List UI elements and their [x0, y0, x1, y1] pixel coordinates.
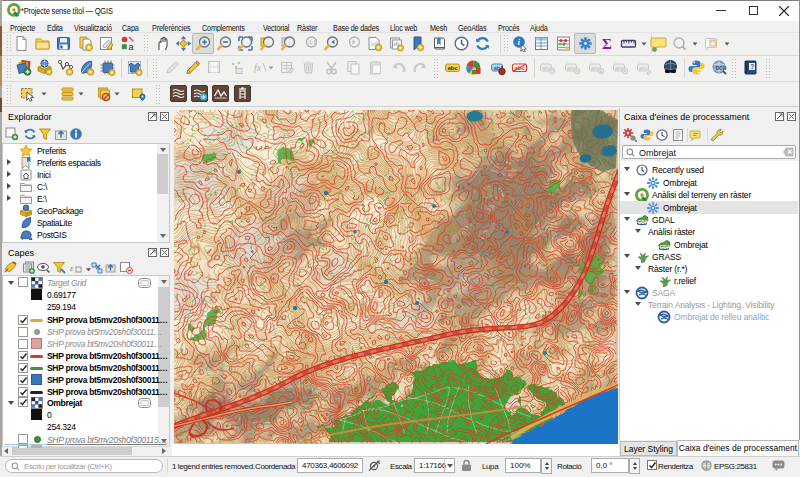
- svg-text:1:1: 1:1: [308, 39, 316, 45]
- svg-text:ε: ε: [70, 263, 74, 273]
- svg-text:GDAL: GDAL: [638, 220, 649, 225]
- svg-text:a: a: [129, 42, 134, 52]
- svg-text:abc: abc: [639, 65, 648, 71]
- svg-text:abc: abc: [448, 65, 459, 71]
- svg-text:GDAL: GDAL: [660, 245, 671, 250]
- svg-text:Σ: Σ: [602, 36, 612, 52]
- svg-text:?: ?: [750, 63, 754, 70]
- svg-text:DCH: DCH: [715, 65, 726, 71]
- svg-text:fx: fx: [254, 62, 262, 73]
